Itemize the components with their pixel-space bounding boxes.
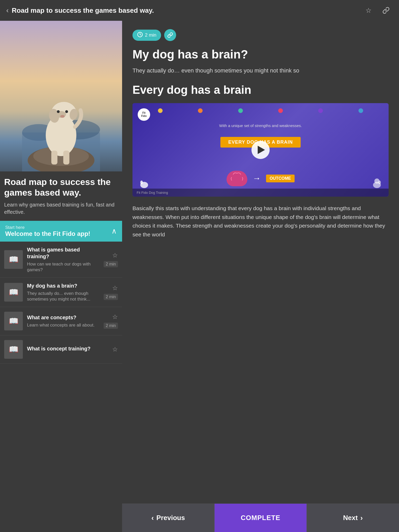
book-icon: 📖	[9, 316, 18, 325]
back-button[interactable]: ‹ Road map to success the games based wa…	[6, 6, 362, 15]
complete-button[interactable]: COMPLETE	[215, 504, 307, 532]
bookmark-icon: ☆	[365, 6, 371, 15]
header-title: Road map to success the games based way.	[12, 6, 154, 15]
next-arrow-icon: ›	[360, 514, 363, 522]
lesson-desc: Learn what concepts are all about.	[27, 322, 102, 328]
share-icon	[382, 7, 390, 14]
lesson-info: What is games based training? How can we…	[27, 246, 102, 273]
svg-point-11	[65, 110, 68, 113]
book-icon: 📖	[9, 255, 18, 264]
body-text: Basically this starts with understanding…	[132, 204, 389, 239]
dog-illustration	[22, 55, 100, 171]
lesson-thumbnail: 📖	[4, 283, 23, 302]
header: ‹ Road map to success the games based wa…	[0, 0, 399, 21]
bookmark-button[interactable]: ☆	[362, 4, 375, 17]
complete-label: COMPLETE	[241, 514, 280, 522]
favorite-icon[interactable]: ☆	[112, 252, 118, 259]
main-layout: Road map to success the games based way.…	[0, 21, 399, 532]
lesson-item[interactable]: 📖 My dog has a brain? They actually do..…	[0, 278, 122, 307]
previous-button[interactable]: ‹ Previous	[122, 504, 215, 532]
header-actions: ☆	[362, 4, 393, 17]
lesson-info: What is concept training?	[27, 345, 110, 354]
prev-arrow-icon: ‹	[151, 514, 154, 522]
meta-badges: 2 min	[132, 29, 389, 41]
link-badge[interactable]	[164, 29, 176, 41]
right-panel: 2 min My dog has a brain? They actually …	[122, 21, 399, 532]
lesson-info: What are concepts? Learn what concepts a…	[27, 314, 102, 328]
duration-badge: 2 min	[132, 30, 161, 41]
lesson-thumbnail: 📖	[4, 312, 23, 330]
bottom-navigation: ‹ Previous COMPLETE Next ›	[122, 503, 399, 532]
lesson-duration: 2 min	[104, 261, 118, 267]
play-icon	[258, 146, 265, 154]
lesson-name: What is games based training?	[27, 246, 102, 260]
video-player[interactable]: FitFido EVERY DOG HAS A BRAIN With a uni…	[132, 103, 389, 197]
next-button[interactable]: Next ›	[307, 504, 399, 532]
lesson-duration: 2 min	[104, 294, 118, 300]
section-heading: Every dog has a brain	[132, 83, 389, 97]
lesson-desc: They actually do... even though sometime…	[27, 291, 102, 302]
back-icon: ‹	[6, 6, 9, 15]
lesson-meta: ☆ 2 min	[104, 252, 118, 267]
course-info: Road map to success the games based way.…	[0, 171, 122, 221]
hero-image	[0, 21, 122, 171]
course-description: Learn why games based training is fun, f…	[4, 201, 118, 216]
svg-point-19	[140, 181, 143, 184]
favorite-icon[interactable]: ☆	[112, 313, 118, 321]
video-dog-right-icon	[370, 176, 383, 189]
lesson-list: 📖 What is games based training? How can …	[0, 242, 122, 532]
play-button[interactable]	[251, 141, 270, 159]
lesson-item[interactable]: 📖 What is concept training? ☆	[0, 335, 122, 364]
favorite-icon[interactable]: ☆	[112, 346, 118, 353]
start-here-title: Welcome to the Fit Fido app!	[5, 230, 90, 237]
lesson-item[interactable]: 📖 What is games based training? How can …	[0, 242, 122, 278]
start-here-label: Start here	[5, 225, 90, 230]
content-main-title: My dog has a brain?	[132, 47, 389, 62]
video-overlay	[132, 103, 389, 197]
lesson-info: My dog has a brain? They actually do... …	[27, 282, 102, 302]
lesson-thumbnail: 📖	[4, 340, 23, 359]
video-dog-left-icon	[138, 176, 151, 189]
svg-rect-14	[63, 151, 70, 165]
lesson-desc: How can we teach our dogs with games?	[27, 261, 102, 273]
start-here-section[interactable]: Start here Welcome to the Fit Fido app! …	[0, 221, 122, 242]
svg-rect-13	[51, 151, 58, 165]
lesson-thumbnail: 📖	[4, 250, 23, 269]
lesson-name: What is concept training?	[27, 345, 110, 352]
book-icon: 📖	[9, 345, 18, 354]
duration-label: 2 min	[145, 32, 156, 38]
link-icon	[167, 32, 173, 38]
lesson-name: What are concepts?	[27, 314, 102, 321]
video-caption: Fit Fido Dog Training	[132, 189, 389, 197]
content-subtitle: They actually do… even though sometimes …	[132, 66, 389, 75]
lesson-name: My dog has a brain?	[27, 282, 102, 289]
clock-icon	[137, 32, 143, 39]
favorite-icon[interactable]: ☆	[112, 284, 118, 292]
svg-point-12	[60, 115, 65, 118]
lesson-meta: ☆ 2 min	[104, 284, 118, 300]
book-icon: 📖	[9, 288, 18, 297]
share-button[interactable]	[379, 4, 393, 17]
next-label: Next	[343, 514, 358, 522]
left-panel: Road map to success the games based way.…	[0, 21, 122, 532]
start-here-content: Start here Welcome to the Fit Fido app!	[5, 225, 90, 237]
lesson-duration: 2 min	[104, 323, 118, 329]
lesson-meta: ☆ 2 min	[104, 313, 118, 329]
chevron-up-icon: ∧	[111, 227, 117, 235]
lesson-meta: ☆	[112, 346, 118, 353]
lesson-item[interactable]: 📖 What are concepts? Learn what concepts…	[0, 307, 122, 335]
previous-label: Previous	[156, 514, 185, 522]
svg-point-22	[378, 181, 381, 184]
svg-point-10	[57, 110, 60, 113]
course-title: Road map to success the games based way.	[4, 177, 118, 198]
